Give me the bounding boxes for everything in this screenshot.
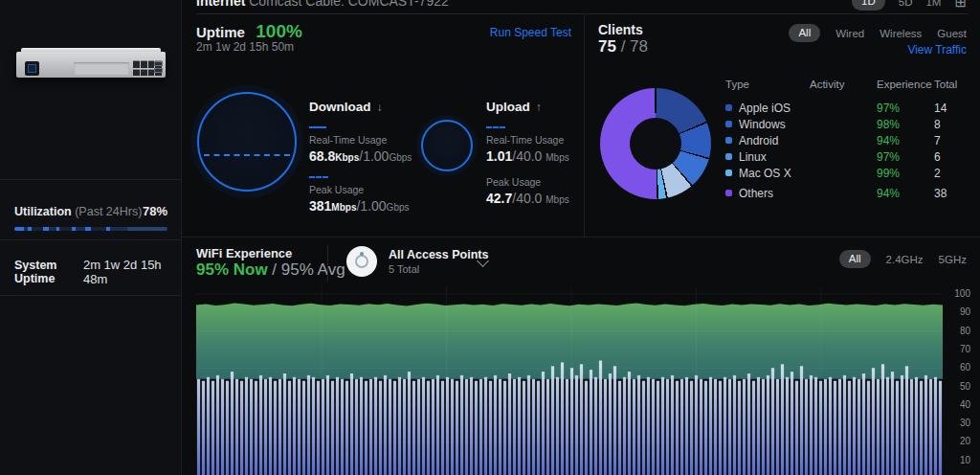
peak-usage-label: Peak Usage	[486, 176, 630, 188]
device-sfp-ports	[154, 61, 163, 75]
realtime-usage-label: Real-Time Usage	[309, 134, 453, 146]
clients-tab-wireless[interactable]: Wireless	[880, 28, 922, 39]
system-uptime-block: System Uptime 2m 1w 2d 15h 48m	[0, 258, 182, 286]
gateway-device-image	[16, 48, 166, 80]
system-uptime-value: 2m 1w 2d 15h 48m	[83, 258, 167, 286]
range-tab-1d[interactable]: 1D	[852, 0, 885, 11]
uptime-heading: Uptime 100%	[196, 21, 302, 42]
divider	[327, 245, 328, 282]
type-color-dot	[725, 121, 732, 127]
ap-selector-text: All Access Points 5 Total	[389, 248, 488, 275]
clients-filter-tabs: All Wired Wireless Guest	[789, 24, 967, 42]
download-gauge	[197, 92, 297, 192]
y-tick-label: 20	[960, 436, 970, 446]
divider	[182, 237, 980, 238]
run-speed-test-link[interactable]: Run Speed Test	[490, 26, 571, 39]
range-tab-5d[interactable]: 5D	[899, 0, 913, 8]
wifi-now-value: 95% Now	[196, 260, 268, 279]
wifi-tab-5ghz[interactable]: 5GHz	[939, 254, 967, 265]
sidebar: Utilization (Past 24Hrs) 78% System Upti…	[0, 0, 182, 475]
ap-selector-count: 5 Total	[389, 263, 488, 275]
y-tick-label: 70	[960, 344, 970, 354]
download-realtime-value: 68.8Kbps/1.00Gbps	[309, 148, 453, 164]
table-row: Windows 98% 8	[725, 116, 967, 132]
utilization-sparkline	[14, 227, 167, 231]
uptime-duration: 2m 1w 2d 15h 50m	[196, 40, 294, 54]
access-point-icon	[346, 246, 377, 277]
internet-detail: Comcast Cable: COMCAST-7922	[249, 0, 449, 9]
type-color-dot	[725, 170, 732, 176]
download-legend: Download↓ Real-Time Usage 68.8Kbps/1.00G…	[309, 100, 453, 214]
download-arrow-icon: ↓	[377, 101, 383, 114]
ap-selector-label: All Access Points	[389, 248, 488, 261]
y-tick-label: 10	[960, 455, 970, 465]
type-color-dot	[725, 104, 732, 111]
clients-count: 75 / 78	[598, 37, 648, 57]
view-traffic-link[interactable]: View Traffic	[907, 43, 967, 57]
table-row: Android 94% 7	[725, 132, 967, 148]
utilization-period: (Past 24Hrs)	[75, 205, 142, 218]
download-label: Download↓	[309, 100, 453, 114]
total-value: 38	[934, 187, 967, 200]
device-lcd-screen	[25, 61, 39, 76]
total-value: 7	[934, 134, 967, 147]
type-color-dot	[725, 190, 732, 196]
clients-donut-chart	[600, 88, 711, 199]
system-uptime-label: System Uptime	[14, 259, 83, 285]
realtime-line-icon	[309, 126, 326, 128]
wifi-band-tabs: All 2.4GHz 5GHz	[839, 250, 967, 268]
y-tick-label: 90	[960, 306, 970, 317]
table-header: Type Activity Experience Total	[725, 79, 967, 90]
clients-tab-all[interactable]: All	[789, 24, 820, 42]
download-peak-value: 381Mbps/1.00Gbps	[309, 198, 453, 214]
range-tab-1m[interactable]: 1M	[925, 0, 941, 8]
internet-title: Internet Comcast Cable: COMCAST-7922	[196, 0, 449, 9]
device-drive-bay	[74, 62, 129, 75]
access-point-selector[interactable]: All Access Points 5 Total	[346, 246, 488, 277]
total-value: 8	[934, 118, 967, 131]
y-tick-label: 50	[960, 381, 970, 392]
internet-label: Internet	[196, 0, 245, 9]
download-peak-line	[204, 154, 290, 156]
time-range-tabs: 1D 5D 1M ⊞	[852, 0, 967, 11]
experience-value: 99%	[877, 167, 934, 180]
total-value: 2	[934, 167, 967, 180]
uptime-label: Uptime	[196, 24, 245, 40]
clients-total: / 78	[621, 37, 648, 56]
uptime-value: 100%	[256, 21, 302, 41]
experience-value: 94%	[877, 187, 934, 200]
experience-value: 94%	[877, 134, 934, 147]
clients-title: Clients	[598, 22, 643, 37]
clients-tab-guest[interactable]: Guest	[937, 28, 967, 39]
device-front-panel	[16, 52, 166, 78]
peak-line-icon	[309, 176, 328, 178]
wifi-experience-chart	[196, 287, 943, 475]
divider	[0, 179, 182, 180]
experience-value: 97%	[877, 150, 934, 164]
divider	[196, 13, 969, 14]
experience-value: 97%	[877, 102, 934, 115]
realtime-line-icon	[486, 126, 505, 128]
upload-arrow-icon: ↑	[536, 101, 542, 114]
clients-connected: 75	[598, 37, 616, 56]
chart-y-axis: 100908070605040302010	[947, 287, 972, 475]
utilization-value: 78%	[143, 204, 167, 218]
table-row: Apple iOS 97% 14	[725, 100, 967, 116]
wifi-experience-values: 95% Now / 95% Avg	[196, 260, 345, 280]
experience-value: 98%	[877, 118, 934, 131]
wifi-tab-24ghz[interactable]: 2.4GHz	[886, 254, 924, 265]
upload-label: Upload↑	[486, 100, 630, 114]
total-value: 6	[934, 150, 967, 164]
wifi-tab-all[interactable]: All	[839, 250, 871, 268]
clients-tab-wired[interactable]: Wired	[835, 28, 864, 39]
table-row: Mac OS X 99% 2	[725, 165, 967, 181]
divider	[0, 239, 182, 240]
y-tick-label: 40	[960, 399, 970, 410]
donut-hole	[630, 118, 681, 170]
client-types-table: Type Activity Experience Total Apple iOS…	[725, 79, 967, 201]
table-row: Others 94% 38	[725, 185, 967, 201]
peak-usage-label: Peak Usage	[309, 184, 453, 195]
utilization-block: Utilization (Past 24Hrs) 78%	[0, 196, 182, 231]
y-tick-label: 80	[960, 326, 970, 336]
calendar-icon[interactable]: ⊞	[954, 0, 967, 9]
